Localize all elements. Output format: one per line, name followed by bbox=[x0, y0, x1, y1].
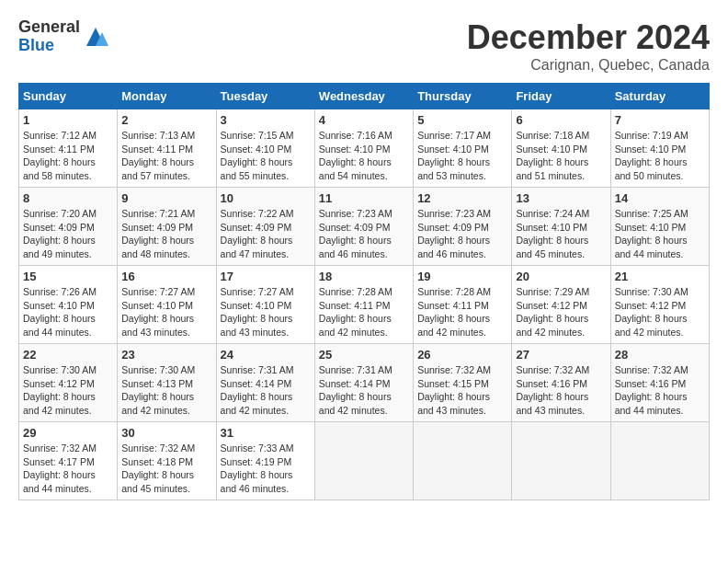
title-area: December 2024 Carignan, Quebec, Canada bbox=[467, 18, 710, 74]
day-cell: 15Sunrise: 7:26 AMSunset: 4:10 PMDayligh… bbox=[19, 266, 118, 344]
day-number: 2 bbox=[121, 113, 211, 127]
day-number: 3 bbox=[221, 113, 311, 127]
day-info: Sunrise: 7:32 AMSunset: 4:18 PMDaylight:… bbox=[121, 442, 211, 496]
day-cell: 10Sunrise: 7:22 AMSunset: 4:09 PMDayligh… bbox=[216, 188, 314, 266]
logo-blue: Blue bbox=[18, 36, 54, 54]
day-info: Sunrise: 7:20 AMSunset: 4:09 PMDaylight:… bbox=[23, 207, 113, 261]
day-cell: 28Sunrise: 7:32 AMSunset: 4:16 PMDayligh… bbox=[610, 344, 709, 422]
day-info: Sunrise: 7:28 AMSunset: 4:11 PMDaylight:… bbox=[319, 285, 409, 339]
day-cell: 7Sunrise: 7:19 AMSunset: 4:10 PMDaylight… bbox=[610, 109, 709, 188]
day-cell: 23Sunrise: 7:30 AMSunset: 4:13 PMDayligh… bbox=[118, 344, 216, 422]
day-cell: 2Sunrise: 7:13 AMSunset: 4:11 PMDaylight… bbox=[118, 109, 216, 188]
day-cell: 4Sunrise: 7:16 AMSunset: 4:10 PMDaylight… bbox=[314, 109, 413, 188]
day-cell: 31Sunrise: 7:33 AMSunset: 4:19 PMDayligh… bbox=[216, 422, 314, 500]
day-cell bbox=[610, 422, 709, 500]
day-number: 19 bbox=[417, 270, 507, 283]
day-info: Sunrise: 7:28 AMSunset: 4:11 PMDaylight:… bbox=[417, 285, 507, 339]
day-number: 31 bbox=[221, 426, 311, 440]
day-cell: 17Sunrise: 7:27 AMSunset: 4:10 PMDayligh… bbox=[216, 266, 314, 344]
logo-general: General bbox=[18, 17, 80, 36]
week-row-1: 1Sunrise: 7:12 AMSunset: 4:11 PMDaylight… bbox=[19, 109, 710, 188]
day-cell bbox=[414, 422, 512, 500]
page-header: General Blue December 2024 Carignan, Que… bbox=[18, 18, 710, 74]
day-info: Sunrise: 7:32 AMSunset: 4:17 PMDaylight:… bbox=[23, 442, 113, 496]
day-cell: 20Sunrise: 7:29 AMSunset: 4:12 PMDayligh… bbox=[512, 266, 610, 344]
day-info: Sunrise: 7:17 AMSunset: 4:10 PMDaylight:… bbox=[417, 129, 507, 183]
day-info: Sunrise: 7:12 AMSunset: 4:11 PMDaylight:… bbox=[23, 129, 113, 183]
day-cell: 27Sunrise: 7:32 AMSunset: 4:16 PMDayligh… bbox=[512, 344, 610, 422]
day-cell: 13Sunrise: 7:24 AMSunset: 4:10 PMDayligh… bbox=[512, 188, 610, 266]
day-info: Sunrise: 7:23 AMSunset: 4:09 PMDaylight:… bbox=[417, 207, 507, 261]
day-cell bbox=[512, 422, 610, 500]
weekday-header-saturday: Saturday bbox=[610, 84, 709, 109]
day-number: 12 bbox=[417, 191, 507, 205]
day-number: 23 bbox=[121, 348, 211, 362]
day-number: 25 bbox=[319, 348, 409, 362]
day-number: 26 bbox=[417, 348, 507, 362]
weekday-header-monday: Monday bbox=[118, 84, 216, 109]
day-number: 6 bbox=[516, 113, 606, 127]
day-info: Sunrise: 7:32 AMSunset: 4:16 PMDaylight:… bbox=[615, 363, 705, 418]
day-number: 9 bbox=[121, 191, 211, 205]
day-cell: 30Sunrise: 7:32 AMSunset: 4:18 PMDayligh… bbox=[118, 422, 216, 500]
day-cell: 9Sunrise: 7:21 AMSunset: 4:09 PMDaylight… bbox=[118, 188, 216, 266]
day-cell: 24Sunrise: 7:31 AMSunset: 4:14 PMDayligh… bbox=[216, 344, 314, 422]
weekday-header-tuesday: Tuesday bbox=[216, 84, 314, 109]
day-number: 17 bbox=[221, 270, 311, 283]
week-row-4: 22Sunrise: 7:30 AMSunset: 4:12 PMDayligh… bbox=[19, 344, 710, 422]
day-info: Sunrise: 7:31 AMSunset: 4:14 PMDaylight:… bbox=[221, 363, 311, 418]
day-cell: 12Sunrise: 7:23 AMSunset: 4:09 PMDayligh… bbox=[414, 188, 512, 266]
location: Carignan, Quebec, Canada bbox=[467, 57, 710, 74]
month-title: December 2024 bbox=[467, 18, 710, 57]
day-cell: 6Sunrise: 7:18 AMSunset: 4:10 PMDaylight… bbox=[512, 109, 610, 188]
day-info: Sunrise: 7:29 AMSunset: 4:12 PMDaylight:… bbox=[516, 285, 606, 339]
day-number: 11 bbox=[319, 191, 409, 205]
day-cell: 21Sunrise: 7:30 AMSunset: 4:12 PMDayligh… bbox=[610, 266, 709, 344]
day-info: Sunrise: 7:31 AMSunset: 4:14 PMDaylight:… bbox=[319, 363, 409, 418]
day-info: Sunrise: 7:19 AMSunset: 4:10 PMDaylight:… bbox=[615, 129, 705, 183]
day-cell: 16Sunrise: 7:27 AMSunset: 4:10 PMDayligh… bbox=[118, 266, 216, 344]
day-number: 28 bbox=[615, 348, 705, 362]
day-number: 5 bbox=[417, 113, 507, 127]
day-info: Sunrise: 7:27 AMSunset: 4:10 PMDaylight:… bbox=[221, 285, 311, 339]
day-cell: 14Sunrise: 7:25 AMSunset: 4:10 PMDayligh… bbox=[610, 188, 709, 266]
day-cell: 26Sunrise: 7:32 AMSunset: 4:15 PMDayligh… bbox=[414, 344, 512, 422]
day-info: Sunrise: 7:30 AMSunset: 4:12 PMDaylight:… bbox=[615, 285, 705, 339]
weekday-header-sunday: Sunday bbox=[19, 84, 118, 109]
logo-icon bbox=[82, 23, 109, 51]
day-number: 4 bbox=[319, 113, 409, 127]
day-number: 15 bbox=[23, 270, 113, 283]
day-info: Sunrise: 7:32 AMSunset: 4:15 PMDaylight:… bbox=[417, 363, 507, 418]
day-number: 21 bbox=[615, 270, 705, 283]
calendar-table: SundayMondayTuesdayWednesdayThursdayFrid… bbox=[18, 83, 710, 500]
day-cell: 5Sunrise: 7:17 AMSunset: 4:10 PMDaylight… bbox=[414, 109, 512, 188]
day-cell: 22Sunrise: 7:30 AMSunset: 4:12 PMDayligh… bbox=[19, 344, 118, 422]
day-number: 22 bbox=[23, 348, 113, 362]
day-cell: 8Sunrise: 7:20 AMSunset: 4:09 PMDaylight… bbox=[19, 188, 118, 266]
day-cell: 1Sunrise: 7:12 AMSunset: 4:11 PMDaylight… bbox=[19, 109, 118, 188]
day-number: 20 bbox=[516, 270, 606, 283]
weekday-header-thursday: Thursday bbox=[414, 84, 512, 109]
weekday-header-row: SundayMondayTuesdayWednesdayThursdayFrid… bbox=[19, 84, 710, 109]
day-number: 10 bbox=[221, 191, 311, 205]
day-number: 8 bbox=[23, 191, 113, 205]
day-info: Sunrise: 7:18 AMSunset: 4:10 PMDaylight:… bbox=[516, 129, 606, 183]
day-cell: 25Sunrise: 7:31 AMSunset: 4:14 PMDayligh… bbox=[314, 344, 413, 422]
day-info: Sunrise: 7:16 AMSunset: 4:10 PMDaylight:… bbox=[319, 129, 409, 183]
day-info: Sunrise: 7:30 AMSunset: 4:13 PMDaylight:… bbox=[121, 363, 211, 418]
day-cell bbox=[314, 422, 413, 500]
day-info: Sunrise: 7:22 AMSunset: 4:09 PMDaylight:… bbox=[221, 207, 311, 261]
day-number: 13 bbox=[516, 191, 606, 205]
week-row-2: 8Sunrise: 7:20 AMSunset: 4:09 PMDaylight… bbox=[19, 188, 710, 266]
day-number: 30 bbox=[121, 426, 211, 440]
day-info: Sunrise: 7:26 AMSunset: 4:10 PMDaylight:… bbox=[23, 285, 113, 339]
day-cell: 11Sunrise: 7:23 AMSunset: 4:09 PMDayligh… bbox=[314, 188, 413, 266]
week-row-5: 29Sunrise: 7:32 AMSunset: 4:17 PMDayligh… bbox=[19, 422, 710, 500]
logo: General Blue bbox=[18, 18, 109, 55]
day-cell: 19Sunrise: 7:28 AMSunset: 4:11 PMDayligh… bbox=[414, 266, 512, 344]
day-number: 24 bbox=[221, 348, 311, 362]
day-info: Sunrise: 7:32 AMSunset: 4:16 PMDaylight:… bbox=[516, 363, 606, 418]
day-cell: 29Sunrise: 7:32 AMSunset: 4:17 PMDayligh… bbox=[19, 422, 118, 500]
day-number: 14 bbox=[615, 191, 705, 205]
weekday-header-wednesday: Wednesday bbox=[314, 84, 413, 109]
